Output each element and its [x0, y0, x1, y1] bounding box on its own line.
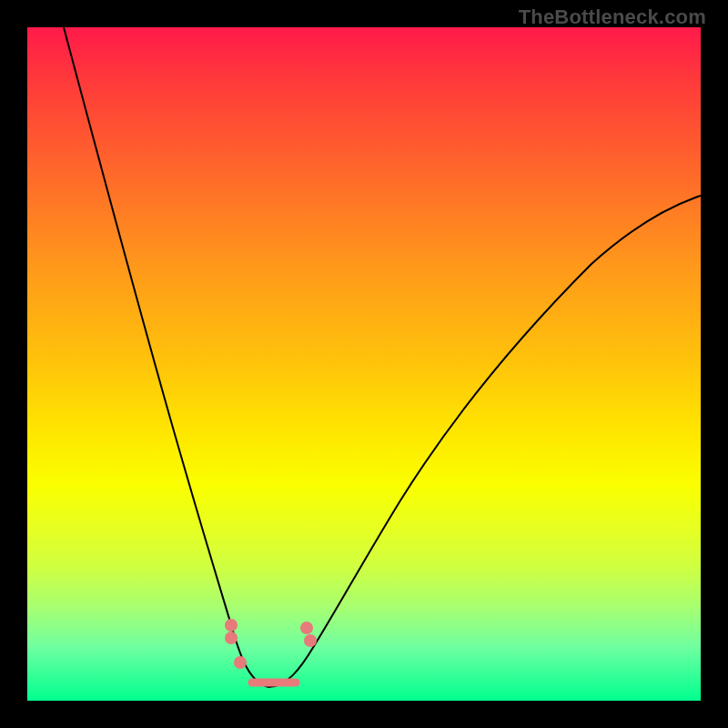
svg-point-4	[304, 634, 317, 647]
watermark-text: TheBottleneck.com	[519, 5, 706, 29]
bottleneck-curve	[64, 27, 701, 687]
svg-point-2	[234, 656, 247, 669]
marker-dots	[225, 619, 317, 669]
plot-area	[27, 27, 701, 701]
svg-point-3	[300, 622, 313, 634]
svg-point-0	[225, 619, 238, 632]
curve-svg	[27, 27, 701, 701]
chart-frame: TheBottleneck.com	[0, 0, 728, 728]
svg-point-1	[225, 632, 238, 644]
